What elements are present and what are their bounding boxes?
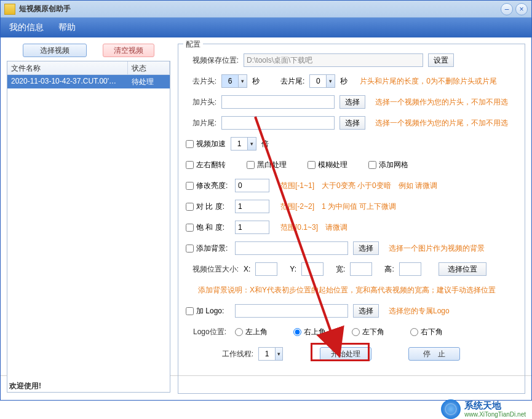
trim-tail-spin[interactable]: ▾	[309, 74, 335, 88]
h-input[interactable]	[399, 262, 421, 276]
brightness-checkbox[interactable]: 修改亮度:	[186, 181, 230, 191]
select-pos-button[interactable]: 选择位置	[439, 262, 486, 276]
y-input[interactable]	[301, 262, 324, 276]
sec-label: 秒	[340, 76, 347, 87]
col-header-status[interactable]: 状态	[128, 61, 170, 74]
brightness-input[interactable]	[235, 179, 269, 192]
logo-hint: 选择您的专属Logo	[389, 306, 450, 316]
addlogo-checkbox[interactable]: 加 Logo:	[186, 306, 230, 316]
w-input[interactable]	[350, 262, 372, 276]
add-head-label: 加片头:	[186, 97, 216, 108]
trim-head-spin[interactable]: ▾	[221, 74, 247, 88]
status-text: 欢迎使用!	[9, 381, 41, 391]
globe-icon	[441, 399, 461, 419]
sec-label: 秒	[252, 76, 260, 87]
threads-label: 工作线程:	[186, 349, 253, 359]
watermark-en: www.XiTongTianDi.net	[464, 411, 526, 418]
start-button[interactable]: 开始处理	[320, 347, 371, 361]
speed-spin[interactable]: ▾	[231, 137, 256, 151]
add-tail-hint: 选择一个视频作为您的片尾，不加不用选	[375, 118, 508, 128]
pos-label: 视频位置大小:	[186, 264, 239, 275]
add-tail-input[interactable]	[221, 116, 335, 130]
h-label: 高:	[384, 264, 394, 275]
contrast-checkbox[interactable]: 对 比 度:	[186, 202, 230, 212]
cell-filename: 2020-11-03-10-42-37.CUT.00'…	[7, 75, 128, 88]
speed-checkbox[interactable]: 视频加速	[186, 139, 226, 149]
close-button[interactable]: ×	[515, 3, 528, 15]
grid-checkbox[interactable]: 添加网格	[368, 160, 408, 170]
watermark-cn: 系统天地	[464, 400, 526, 411]
saturate-checkbox[interactable]: 饱 和 度:	[186, 222, 230, 233]
y-label: Y:	[290, 265, 296, 273]
saturate-hint: 范围[0.1~3] 请微调	[280, 222, 347, 233]
radio-bottom-left[interactable]: 左下角	[352, 327, 384, 337]
chevron-down-icon[interactable]: ▾	[247, 138, 256, 150]
bg-note: 添加背景说明：X和Y代表初步位置的起始位置，宽和高代表视频的宽高；建议手动选择位…	[198, 285, 496, 296]
site-watermark: 系统天地 www.XiTongTianDi.net	[441, 399, 526, 419]
cell-status: 待处理	[128, 75, 170, 88]
addbg-checkbox[interactable]: 添加背景:	[186, 243, 230, 254]
radio-top-right[interactable]: 右上角	[293, 327, 326, 337]
menu-help[interactable]: 帮助	[58, 22, 76, 33]
chevron-down-icon[interactable]: ▾	[238, 75, 247, 87]
save-path-input[interactable]	[244, 53, 423, 67]
saturate-input[interactable]	[235, 221, 269, 234]
table-row[interactable]: 2020-11-03-10-42-37.CUT.00'… 待处理	[7, 75, 170, 88]
menu-myinfo[interactable]: 我的信息	[9, 22, 44, 33]
minimize-button[interactable]: –	[501, 3, 513, 15]
logo-pos-label: Logo位置:	[186, 327, 230, 337]
app-icon	[4, 4, 15, 15]
bw-checkbox[interactable]: 黑白处理	[247, 160, 287, 170]
flip-checkbox[interactable]: 左右翻转	[186, 160, 226, 170]
file-table: 文件名称 状态 2020-11-03-10-42-37.CUT.00'… 待处理	[7, 61, 170, 393]
add-tail-label: 加片尾:	[186, 118, 216, 128]
logo-input[interactable]	[235, 304, 348, 318]
bg-input[interactable]	[235, 241, 348, 255]
trim-tail-label: 去片尾:	[280, 76, 304, 87]
window-title: 短视频原创助手	[19, 4, 71, 14]
radio-top-left[interactable]: 左上角	[235, 327, 268, 337]
select-logo-button[interactable]: 选择	[353, 304, 379, 318]
blur-checkbox[interactable]: 模糊处理	[308, 160, 347, 170]
times-label: 倍	[261, 139, 269, 149]
addbg-hint: 选择一个图片作为视频的背景	[389, 243, 485, 254]
clear-video-button[interactable]: 清空视频	[103, 44, 154, 57]
select-bg-button[interactable]: 选择	[353, 241, 379, 255]
x-label: X:	[244, 265, 250, 273]
select-video-button[interactable]: 选择视频	[23, 44, 87, 57]
set-path-button[interactable]: 设置	[428, 53, 454, 67]
chevron-down-icon[interactable]: ▾	[275, 348, 282, 360]
brightness-hint: 范围[-1~1] 大于0变亮 小于0变暗 例如 请微调	[280, 181, 437, 191]
contrast-hint: 范围[-2~2] 1 为中间值 可上下微调	[280, 202, 396, 212]
threads-spin[interactable]: ▾	[258, 347, 283, 361]
add-head-hint: 选择一个视频作为您的片头，不加不用选	[375, 97, 508, 108]
save-path-label: 视频保存位置:	[186, 55, 239, 66]
trim-head-label: 去片头:	[186, 76, 216, 87]
trim-hint: 片头和片尾的长度，0为不删除片头或片尾	[360, 76, 497, 87]
contrast-input[interactable]	[235, 200, 269, 213]
col-header-name[interactable]: 文件名称	[7, 61, 128, 74]
config-legend: 配置	[183, 39, 203, 50]
radio-bottom-right[interactable]: 右下角	[410, 327, 443, 337]
add-head-input[interactable]	[221, 95, 335, 109]
w-label: 宽:	[336, 264, 345, 275]
select-head-button[interactable]: 选择	[339, 95, 365, 109]
chevron-down-icon[interactable]: ▾	[326, 75, 335, 87]
x-input[interactable]	[255, 262, 277, 276]
stop-button[interactable]: 停 止	[408, 347, 460, 361]
select-tail-button[interactable]: 选择	[339, 116, 365, 130]
